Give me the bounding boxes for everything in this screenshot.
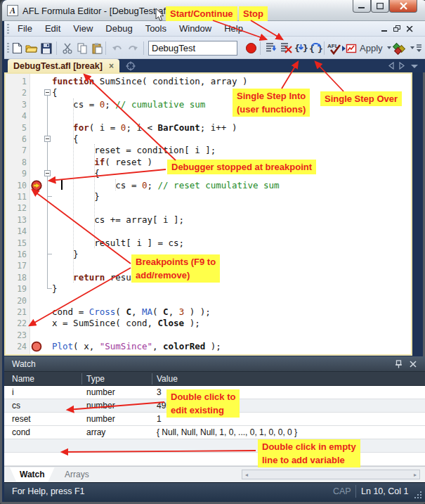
line-number[interactable]: 23 <box>7 330 27 340</box>
line-number[interactable]: 11 <box>7 192 27 202</box>
fold-collapse-box[interactable] <box>44 89 51 96</box>
line-number[interactable]: 17 <box>7 261 27 271</box>
toolbar-drag-handle[interactable] <box>7 43 9 53</box>
line-number[interactable]: 12 <box>7 203 27 213</box>
menu-edit[interactable]: Edit <box>39 21 67 37</box>
code-line[interactable]: cond = Cross( C, MA( C, 3 ) ); <box>52 306 211 317</box>
line-number[interactable]: 13 <box>7 215 27 225</box>
current-statement-breakpoint-icon[interactable] <box>31 180 42 191</box>
column-header-type[interactable]: Type <box>86 374 105 384</box>
line-number[interactable]: 5 <box>7 123 27 133</box>
step-into-button[interactable]: { } <box>294 41 308 56</box>
menu-view[interactable]: View <box>67 21 99 37</box>
code-line[interactable]: { <box>52 87 58 98</box>
resize-grip[interactable] <box>414 491 423 500</box>
new-tab-icon[interactable] <box>126 61 136 71</box>
code-line[interactable]: } <box>52 191 100 202</box>
code-editor[interactable]: 1function SumSince( condition, array )2{… <box>4 72 412 356</box>
watch-title-bar[interactable]: Watch <box>4 356 425 372</box>
menu-debug[interactable]: Debug <box>99 21 138 37</box>
line-number[interactable]: 3 <box>7 100 27 110</box>
watch-table-header[interactable]: Name Type Value <box>4 372 425 386</box>
close-button[interactable] <box>389 0 417 13</box>
scroll-right-arrow-icon[interactable]: ▸ <box>414 471 417 479</box>
tab-debugtest-afl[interactable]: DebugTest.afl [break] × <box>8 59 119 72</box>
watch-row-empty[interactable] <box>4 439 425 453</box>
record-breakpoint-button[interactable] <box>244 41 258 56</box>
line-number[interactable]: 9 <box>7 169 27 179</box>
column-resizer[interactable] <box>152 373 152 385</box>
watch-row-empty[interactable] <box>4 453 425 466</box>
minimize-button[interactable] <box>353 0 371 13</box>
line-number[interactable]: 2 <box>7 88 27 98</box>
line-number[interactable]: 4 <box>7 111 27 121</box>
fold-collapse-box[interactable] <box>44 170 51 176</box>
code-line[interactable]: cs = 0; // reset cumulative sum <box>52 180 280 190</box>
tab-arrays[interactable]: Arrays <box>55 467 99 482</box>
redo-button[interactable] <box>126 41 140 56</box>
code-line[interactable]: } <box>52 249 79 259</box>
save-button[interactable] <box>39 41 53 56</box>
debug-run-button[interactable] <box>264 41 278 56</box>
mdi-minimize-button[interactable] <box>379 24 390 34</box>
paste-button[interactable] <box>90 41 104 56</box>
code-line[interactable]: { <box>52 134 79 144</box>
code-line[interactable]: function SumSince( condition, array ) <box>52 76 247 86</box>
line-number[interactable]: 16 <box>7 250 27 259</box>
watch-close-icon[interactable] <box>410 361 417 368</box>
code-line[interactable]: if( reset ) <box>52 157 152 167</box>
menu-help[interactable]: Help <box>218 21 249 37</box>
code-line[interactable]: for( i = 0; i < BarCount; i++ ) <box>52 122 237 133</box>
line-number[interactable]: 6 <box>7 134 27 144</box>
line-number[interactable]: 15 <box>7 238 27 248</box>
column-header-value[interactable]: Value <box>157 374 178 384</box>
code-line[interactable]: reset = condition[ i ]; <box>52 145 216 155</box>
menu-drag-handle[interactable] <box>7 24 9 34</box>
line-number[interactable]: 20 <box>7 296 27 306</box>
apply-dropdown-arrow[interactable] <box>387 46 391 49</box>
code-line[interactable]: { <box>52 168 100 179</box>
breakpoint-icon[interactable] <box>31 341 42 352</box>
debug-stop-button[interactable] <box>279 41 293 56</box>
code-line[interactable]: cs = 0; // cumulative sum <box>52 99 205 110</box>
tab-scroll-right-icon[interactable] <box>398 62 405 70</box>
code-line[interactable]: x = SumSince( cond, Close ); <box>52 318 200 328</box>
maximize-button[interactable] <box>371 0 389 13</box>
line-number[interactable]: 8 <box>7 157 27 167</box>
line-number[interactable]: 14 <box>7 226 27 236</box>
mdi-restore-button[interactable] <box>391 24 403 34</box>
column-header-name[interactable]: Name <box>12 374 34 384</box>
step-over-button[interactable]: { } <box>308 41 322 56</box>
color-palette-button[interactable] <box>392 41 406 56</box>
copy-button[interactable] <box>75 41 89 56</box>
line-number[interactable]: 18 <box>7 273 27 283</box>
undo-button[interactable] <box>110 41 124 56</box>
apply-label[interactable]: Apply <box>360 43 383 53</box>
menu-tools[interactable]: Tools <box>139 21 173 37</box>
line-number[interactable]: 7 <box>7 146 27 155</box>
tab-watch[interactable]: Watch <box>10 467 55 482</box>
code-line[interactable]: Plot( x, "SumSince", colorRed ); <box>52 341 221 351</box>
line-number[interactable]: 10 <box>7 181 27 190</box>
verify-syntax-button[interactable]: AFL <box>327 41 341 56</box>
toolbar-overflow-button[interactable] <box>414 41 424 56</box>
scroll-left-arrow-icon[interactable]: ◂ <box>245 471 248 479</box>
cut-button[interactable] <box>60 41 74 56</box>
line-number[interactable]: 1 <box>7 77 27 86</box>
tab-list-dropdown-icon[interactable] <box>410 64 419 69</box>
menu-file[interactable]: File <box>11 21 39 37</box>
column-resizer[interactable] <box>81 373 82 385</box>
code-line[interactable]: } <box>52 283 58 294</box>
new-file-button[interactable] <box>10 41 24 56</box>
pin-icon[interactable] <box>395 360 403 368</box>
tab-close-icon[interactable]: × <box>109 61 114 71</box>
watch-row-cond[interactable]: condarray{ Null, Null, Null, 1, 0, ..., … <box>4 426 425 439</box>
mdi-close-button[interactable] <box>404 24 415 34</box>
code-line[interactable]: result[ i ] = cs; <box>52 238 184 248</box>
line-number[interactable]: 24 <box>7 342 27 351</box>
watch-horizontal-scrollbar[interactable]: ◂ ▸ <box>242 470 420 479</box>
line-number[interactable]: 21 <box>7 307 27 317</box>
line-number[interactable]: 22 <box>7 318 27 328</box>
menu-window[interactable]: Window <box>173 21 218 37</box>
formula-name-combobox[interactable] <box>148 41 237 56</box>
